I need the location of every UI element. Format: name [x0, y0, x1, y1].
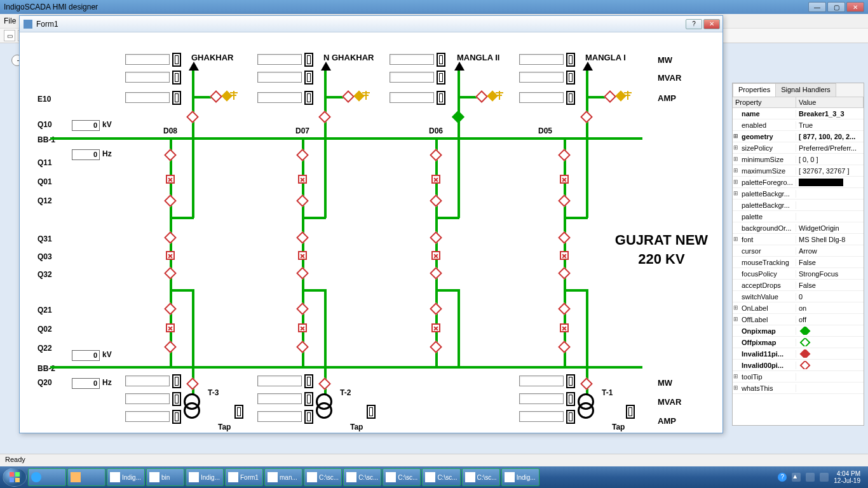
- f1-q12[interactable]: [164, 194, 177, 207]
- f1-mvar[interactable]: [125, 72, 170, 83]
- t3-dig3[interactable]: [172, 410, 181, 424]
- f1-q01[interactable]: [166, 175, 175, 184]
- t3-dig2[interactable]: [172, 392, 181, 406]
- tray-volume-icon[interactable]: [820, 473, 829, 482]
- f4-q32[interactable]: [558, 267, 571, 280]
- f4-dig3[interactable]: [566, 91, 575, 105]
- prop-row[interactable]: paletteBackgr...: [733, 200, 864, 211]
- prop-row[interactable]: Offpixmap: [733, 337, 864, 348]
- f4-q02[interactable]: [560, 323, 569, 332]
- f1-q03[interactable]: [166, 251, 175, 260]
- f1-mw[interactable]: [125, 54, 170, 65]
- prop-row[interactable]: nameBreaker1_3_3: [733, 108, 864, 119]
- taskbar-item[interactable]: man...: [264, 468, 302, 486]
- taskbar-item[interactable]: C:\sc...: [462, 468, 500, 486]
- f2-dig3[interactable]: [304, 91, 313, 105]
- val-hz-bot[interactable]: 0: [72, 378, 100, 389]
- t2-mvar[interactable]: [257, 393, 302, 404]
- prop-row[interactable]: paletteForegro...: [733, 177, 864, 188]
- f3-mvar[interactable]: [390, 72, 434, 83]
- f2-q31[interactable]: [296, 231, 309, 244]
- t1-mw[interactable]: [519, 376, 564, 386]
- f2-mw[interactable]: [257, 54, 302, 65]
- f1-amp[interactable]: [125, 92, 170, 103]
- t3-mw[interactable]: [125, 376, 170, 386]
- form-help-button[interactable]: ?: [686, 19, 702, 29]
- prop-row[interactable]: enabledTrue: [733, 119, 864, 131]
- busbar-2[interactable]: [50, 366, 642, 369]
- prop-row[interactable]: Onpixmap: [733, 325, 864, 337]
- prop-row[interactable]: paletteBackgr...: [733, 188, 864, 200]
- t1-amp[interactable]: [519, 411, 564, 422]
- f4-q11[interactable]: [558, 149, 571, 161]
- f2-dig1[interactable]: [304, 53, 313, 67]
- f3-dig1[interactable]: [437, 53, 445, 67]
- prop-row[interactable]: toolTip: [733, 371, 864, 383]
- prop-row[interactable]: maximumSize[ 32767, 32767 ]: [733, 165, 864, 177]
- taskbar-item[interactable]: Indig...: [501, 468, 539, 486]
- f3-q12[interactable]: [430, 194, 442, 207]
- f3-q32[interactable]: [430, 267, 442, 280]
- f2-gnd-iso[interactable]: [342, 90, 355, 103]
- t1-tap[interactable]: [626, 405, 635, 419]
- f3-q22[interactable]: [430, 341, 442, 353]
- tab-properties[interactable]: Properties: [733, 83, 776, 97]
- t2-dig2[interactable]: [304, 392, 313, 406]
- t1-dig3[interactable]: [566, 410, 575, 424]
- f1-gnd-iso[interactable]: [210, 90, 222, 103]
- prop-row[interactable]: switchValue0: [733, 291, 864, 302]
- f2-q01[interactable]: [298, 175, 307, 184]
- tray-flag-icon[interactable]: ▲: [792, 473, 801, 482]
- prop-rows[interactable]: nameBreaker1_3_3enabledTruegeometry[ 877…: [733, 108, 864, 425]
- t3-mvar[interactable]: [125, 393, 170, 404]
- f2-q22[interactable]: [296, 341, 309, 353]
- t2-amp[interactable]: [257, 411, 302, 422]
- t1-mvar[interactable]: [519, 393, 564, 404]
- f3-dig2[interactable]: [437, 71, 445, 85]
- maximize-button[interactable]: ▢: [827, 2, 845, 12]
- tool-new-icon[interactable]: ▭: [4, 30, 15, 41]
- f3-q03[interactable]: [431, 251, 440, 260]
- f2-q02[interactable]: [298, 323, 307, 332]
- f3-q11[interactable]: [430, 149, 442, 161]
- f4-dig1[interactable]: [566, 53, 575, 67]
- f2-amp[interactable]: [257, 92, 302, 103]
- prop-row[interactable]: sizePolicyPreferred/Preferr...: [733, 142, 864, 154]
- taskbar-item[interactable]: Indig...: [107, 468, 145, 486]
- tray-help-icon[interactable]: ?: [778, 473, 787, 482]
- f2-q11[interactable]: [296, 149, 309, 161]
- f1-q31[interactable]: [164, 231, 177, 244]
- prop-row[interactable]: cursorArrow: [733, 245, 864, 257]
- form-close-button[interactable]: ✕: [703, 19, 720, 29]
- val-hz-top[interactable]: 0: [72, 149, 100, 160]
- transformer-t3-icon[interactable]: [184, 393, 201, 419]
- prop-row[interactable]: Invalid00pi...: [733, 360, 864, 371]
- f4-q01[interactable]: [560, 175, 569, 184]
- f3-q02[interactable]: [431, 323, 440, 332]
- t1-dig2[interactable]: [566, 392, 575, 406]
- f4-gnd-iso[interactable]: [604, 90, 616, 103]
- val-kv-bot[interactable]: 0: [72, 350, 100, 361]
- f3-gnd-iso[interactable]: [475, 90, 488, 103]
- f2-q03[interactable]: [298, 251, 307, 260]
- f1-q02[interactable]: [166, 323, 175, 332]
- f3-q21[interactable]: [430, 302, 442, 315]
- transformer-t1-icon[interactable]: [578, 393, 595, 419]
- f1-dig1[interactable]: [172, 53, 181, 67]
- hmi-canvas[interactable]: E10 Q10 BB-1 Q11 Q01 Q12 Q31 Q03 Q32 Q21…: [20, 32, 722, 433]
- taskbar-item[interactable]: bin: [146, 468, 184, 486]
- f2-q10[interactable]: [318, 111, 331, 123]
- f4-q21[interactable]: [558, 302, 571, 315]
- taskbar-item[interactable]: C:\sc...: [304, 468, 342, 486]
- f4-q22[interactable]: [558, 341, 571, 353]
- t2-dig3[interactable]: [304, 410, 313, 424]
- t2-mw[interactable]: [257, 376, 302, 386]
- f2-dig2[interactable]: [304, 71, 313, 85]
- f1-q21[interactable]: [164, 302, 177, 315]
- t3-amp[interactable]: [125, 411, 170, 422]
- t3-dig1[interactable]: [172, 374, 181, 388]
- f2-q12[interactable]: [296, 194, 309, 207]
- taskbar-item[interactable]: C:\sc...: [422, 468, 460, 486]
- f1-dig2[interactable]: [172, 71, 181, 85]
- prop-row[interactable]: palette: [733, 211, 864, 222]
